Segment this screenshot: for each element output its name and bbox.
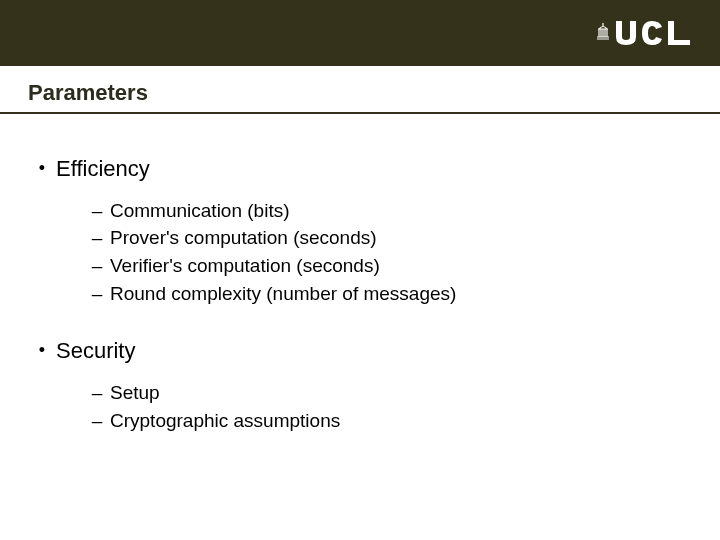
sub-list-item-label: Verifier's computation (seconds) (110, 253, 380, 279)
sub-list-item: – Cryptographic assumptions (84, 408, 692, 434)
list-item: • Security (28, 336, 692, 366)
dash-icon: – (84, 225, 110, 251)
sub-list: – Setup – Cryptographic assumptions (84, 380, 692, 433)
dash-icon: – (84, 198, 110, 224)
bullet-icon: • (28, 336, 56, 364)
list-item-label: Efficiency (56, 154, 692, 184)
ucl-wordmark-icon (614, 19, 692, 47)
dash-icon: – (84, 253, 110, 279)
sub-list-item: – Verifier's computation (seconds) (84, 253, 692, 279)
sub-list-item-label: Cryptographic assumptions (110, 408, 340, 434)
sub-list-item: – Round complexity (number of messages) (84, 281, 692, 307)
dome-icon (596, 23, 610, 43)
content-area: • Efficiency – Communication (bits) – Pr… (0, 114, 720, 433)
dash-icon: – (84, 281, 110, 307)
dash-icon: – (84, 408, 110, 434)
sub-list-item-label: Setup (110, 380, 160, 406)
banner (0, 0, 720, 66)
sub-list-item: – Communication (bits) (84, 198, 692, 224)
dash-icon: – (84, 380, 110, 406)
sub-list-item-label: Round complexity (number of messages) (110, 281, 456, 307)
ucl-logo (596, 19, 692, 47)
sub-list: – Communication (bits) – Prover's comput… (84, 198, 692, 307)
slide-title: Parameters (28, 80, 692, 106)
title-row: Parameters (0, 66, 720, 114)
bullet-icon: • (28, 154, 56, 182)
sub-list-item-label: Communication (bits) (110, 198, 290, 224)
list-item: • Efficiency (28, 154, 692, 184)
sub-list-item: – Setup (84, 380, 692, 406)
sub-list-item-label: Prover's computation (seconds) (110, 225, 377, 251)
sub-list-item: – Prover's computation (seconds) (84, 225, 692, 251)
list-item-label: Security (56, 336, 692, 366)
